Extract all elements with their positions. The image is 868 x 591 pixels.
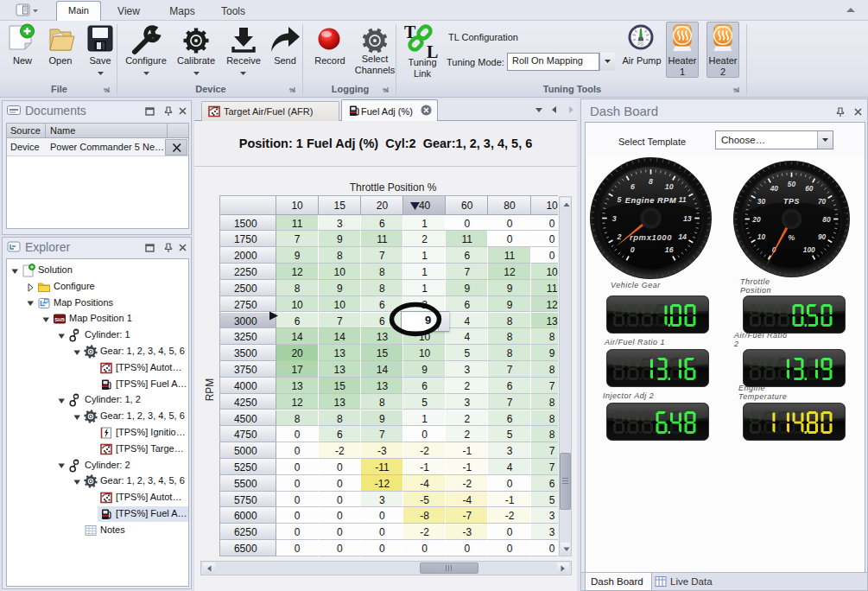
svg-text:6: 6 (630, 182, 635, 191)
svg-text:%: % (788, 233, 795, 242)
svg-text:8: 8 (649, 177, 653, 186)
svg-text:SH5: SH5 (54, 317, 65, 322)
svg-text:10: 10 (665, 182, 674, 191)
svg-text:30: 30 (757, 197, 766, 206)
svg-text:60: 60 (805, 184, 814, 193)
svg-text:13: 13 (683, 214, 692, 223)
svg-text:3: 3 (612, 214, 617, 223)
svg-text:80: 80 (822, 215, 831, 224)
svg-text:40: 40 (770, 184, 779, 193)
svg-text:90: 90 (818, 232, 827, 241)
svg-text:16: 16 (665, 245, 674, 254)
svg-text:14: 14 (678, 232, 687, 241)
svg-text:20: 20 (751, 215, 761, 224)
svg-text:5: 5 (617, 195, 621, 204)
svg-text:10: 10 (757, 232, 766, 241)
svg-text:11: 11 (679, 195, 687, 204)
svg-text:Engine RPM: Engine RPM (625, 196, 677, 205)
svg-text:70: 70 (818, 197, 827, 206)
svg-text:TPS: TPS (783, 197, 800, 206)
svg-text:PSI: PSI (637, 42, 643, 47)
svg-text:rpmx1000: rpmx1000 (630, 232, 672, 242)
svg-text:100: 100 (803, 245, 815, 254)
svg-text:0: 0 (630, 245, 635, 254)
svg-text:50: 50 (788, 180, 796, 188)
svg-text:2: 2 (616, 232, 621, 241)
